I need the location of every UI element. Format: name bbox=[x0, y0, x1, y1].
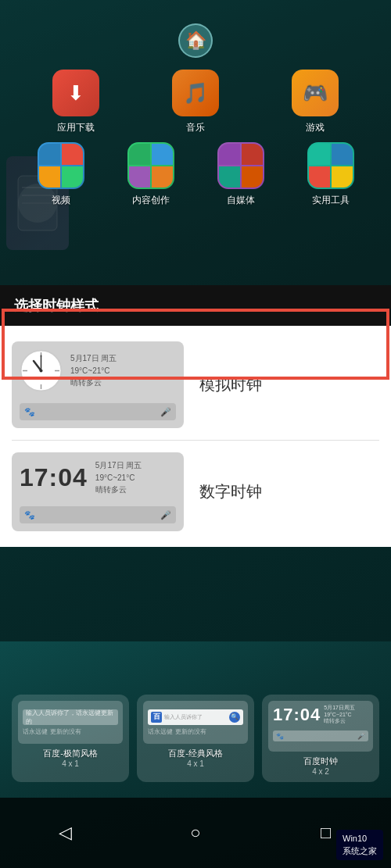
app-label-content: 内容创作 bbox=[132, 194, 170, 207]
app-label-music: 音乐 bbox=[186, 121, 205, 134]
digital-paw-icon: 🐾 bbox=[24, 510, 35, 520]
bottom-widgets-area: 输入人员诉你了，话永远健更新的 话永远健 更新的没有 百度-极简风格 4 x 1… bbox=[0, 687, 391, 790]
baidu-simple-label: 百度-极简风格 bbox=[43, 748, 98, 759]
back-icon: ◁ bbox=[59, 823, 72, 843]
nav-bar: ◁ ○ □ bbox=[0, 798, 391, 868]
clock-widget-size: 4 x 2 bbox=[312, 767, 329, 776]
clock-dialog: 选择时钟样式 bbox=[0, 285, 391, 547]
home-button[interactable]: ○ bbox=[178, 816, 213, 850]
digital-clock-preview: 17:04 5月17日 周五 19°C~21°C 晴转多云 🐾 🎤 bbox=[12, 452, 184, 531]
home-nav-icon: ○ bbox=[190, 823, 200, 843]
recent-icon: □ bbox=[321, 823, 331, 843]
analog-temp: 19°C~21°C bbox=[70, 366, 117, 375]
dialog-content: 5月17日 周五 19°C~21°C 晴转多云 🐾 🎤 模拟时钟 17:04 bbox=[0, 326, 391, 547]
app-icon-download: ⬇ bbox=[52, 70, 99, 116]
app-item-game[interactable]: 🎮 游戏 bbox=[280, 70, 350, 134]
app-label-download: 应用下载 bbox=[57, 121, 95, 134]
digital-info-lines: 5月17日 周五 19°C~21°C 晴转多云 bbox=[95, 460, 142, 495]
app-label-game: 游戏 bbox=[306, 121, 325, 134]
option-divider bbox=[12, 440, 379, 441]
watermark-line2: 系统之家 bbox=[343, 845, 377, 857]
app-label-media: 自媒体 bbox=[227, 194, 255, 207]
app-row-1: ⬇ 应用下载 🎵 音乐 🎮 游戏 bbox=[16, 70, 375, 134]
app-item-media[interactable]: 自媒体 bbox=[206, 142, 276, 207]
app-grid-area: 🏠 ⬇ 应用下载 🎵 音乐 🎮 游戏 bbox=[0, 0, 391, 297]
digital-clock-label: 数字时钟 bbox=[199, 481, 262, 502]
digital-search-bar: 🐾 🎤 bbox=[20, 506, 176, 523]
back-button[interactable]: ◁ bbox=[48, 816, 82, 850]
baidu-classic-label: 百度-经典风格 bbox=[168, 748, 223, 759]
clock-option-analog[interactable]: 5月17日 周五 19°C~21°C 晴转多云 🐾 🎤 模拟时钟 bbox=[12, 341, 379, 428]
app-icon-content bbox=[127, 142, 174, 189]
digital-date: 5月17日 周五 bbox=[95, 460, 142, 471]
clock-option-digital[interactable]: 17:04 5月17日 周五 19°C~21°C 晴转多云 🐾 🎤 数字时钟 bbox=[12, 452, 379, 531]
dialog-title-bar: 选择时钟样式 bbox=[0, 285, 391, 326]
analog-info-lines: 5月17日 周五 19°C~21°C 晴转多云 bbox=[70, 353, 117, 388]
paw-icon: 🐾 bbox=[24, 407, 35, 417]
watermark-line1: Win10 bbox=[343, 833, 377, 845]
app-icon-tools bbox=[307, 142, 354, 189]
app-icon-video bbox=[38, 142, 84, 189]
svg-point-11 bbox=[40, 370, 43, 373]
home-icon[interactable]: 🏠 bbox=[178, 23, 213, 58]
widget-baidu-classic[interactable]: 百 输入人员诉你了 🔍 话永远健 更新的没有 百度-经典风格 4 x 1 bbox=[137, 695, 254, 782]
app-icon-game: 🎮 bbox=[292, 70, 339, 116]
app-icon-music: 🎵 bbox=[172, 70, 219, 116]
baidu-simple-preview: 输入人员诉你了，话永远健更新的 话永远健 更新的没有 bbox=[18, 701, 123, 744]
baidu-classic-preview: 百 输入人员诉你了 🔍 话永远健 更新的没有 bbox=[143, 701, 248, 744]
digital-preview-row: 17:04 5月17日 周五 19°C~21°C 晴转多云 bbox=[20, 460, 176, 495]
clock-widget-label: 百度时钟 bbox=[303, 755, 338, 767]
app-item-music[interactable]: 🎵 音乐 bbox=[160, 70, 231, 134]
widget-baidu-simple[interactable]: 输入人员诉你了，话永远健更新的 话永远健 更新的没有 百度-极简风格 4 x 1 bbox=[12, 695, 129, 782]
mic-icon: 🎤 bbox=[160, 407, 171, 417]
app-item-video[interactable]: 视频 bbox=[26, 142, 96, 207]
analog-search-bar: 🐾 🎤 bbox=[20, 403, 176, 420]
widget-baidu-clock[interactable]: 17:04 5月17日周五 19°C~21°C 晴转多云 🐾 🎤 百度时钟 4 … bbox=[262, 695, 379, 782]
app-row-2: 视频 内容创作 自媒体 bbox=[16, 142, 375, 207]
app-item-download[interactable]: ⬇ 应用下载 bbox=[41, 70, 111, 134]
digital-mic-icon: 🎤 bbox=[160, 510, 171, 520]
dialog-title: 选择时钟样式 bbox=[14, 298, 99, 313]
app-label-tools: 实用工具 bbox=[312, 194, 350, 207]
app-item-content[interactable]: 内容创作 bbox=[116, 142, 186, 207]
analog-date: 5月17日 周五 bbox=[70, 353, 117, 364]
analog-clock-preview: 5月17日 周五 19°C~21°C 晴转多云 🐾 🎤 bbox=[12, 341, 184, 428]
analog-preview-row: 5月17日 周五 19°C~21°C 晴转多云 bbox=[20, 349, 176, 392]
app-icon-media bbox=[217, 142, 264, 189]
digital-time-display: 17:04 bbox=[20, 463, 88, 492]
baidu-simple-size: 4 x 1 bbox=[62, 759, 79, 768]
analog-weather: 晴转多云 bbox=[70, 377, 117, 388]
app-item-tools[interactable]: 实用工具 bbox=[296, 142, 366, 207]
home-icon-wrap: 🏠 bbox=[16, 23, 375, 58]
analog-clock-label: 模拟时钟 bbox=[199, 374, 262, 395]
digital-weather: 晴转多云 bbox=[95, 484, 142, 495]
watermark: Win10 系统之家 bbox=[336, 830, 383, 860]
analog-clock-svg bbox=[20, 349, 63, 392]
baidu-classic-size: 4 x 1 bbox=[187, 759, 204, 768]
digital-temp: 19°C~21°C bbox=[95, 473, 142, 482]
clock-widget-preview: 17:04 5月17日周五 19°C~21°C 晴转多云 🐾 🎤 bbox=[268, 701, 373, 752]
app-label-video: 视频 bbox=[52, 194, 70, 207]
